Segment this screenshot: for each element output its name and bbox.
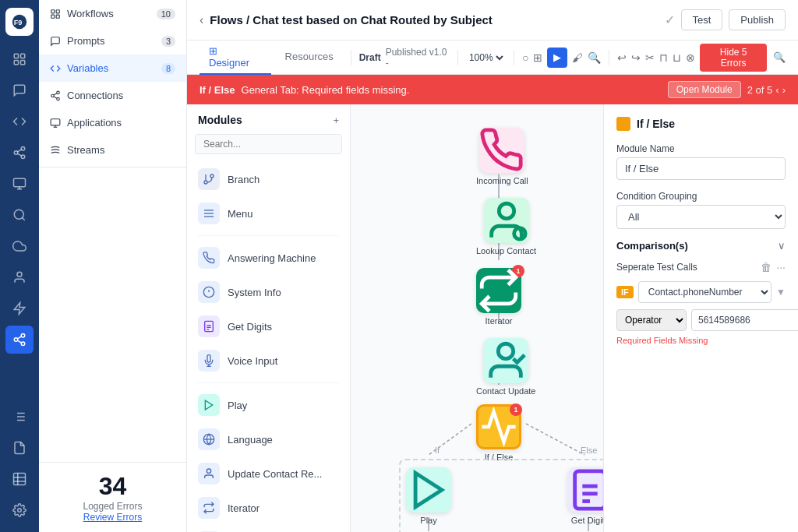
modules-title: Modules — [198, 114, 242, 126]
sidebar-item-page-icon[interactable] — [5, 434, 34, 462]
error-banner: If / Else General Tab: Required fields m… — [187, 75, 798, 104]
zoom-select[interactable]: 100% 75% 125% — [466, 51, 506, 64]
module-item-iterator[interactable]: Iterator — [187, 491, 350, 525]
svg-point-19 — [14, 338, 18, 342]
separate-test-label: Seperate Test Calls — [616, 262, 697, 273]
right-panel: If / Else Module Name Condition Grouping… — [603, 104, 798, 532]
sidebar-item-settings-icon[interactable] — [5, 496, 34, 524]
sidebar-item-cloud-icon[interactable] — [5, 232, 34, 260]
modules-add-icon[interactable]: + — [333, 115, 339, 126]
sidebar-item-workflows[interactable]: Workflows 10 — [39, 0, 186, 27]
redo-icon[interactable]: ↪ — [631, 51, 641, 64]
node-lookup-contact[interactable]: Lookup Contact — [476, 198, 536, 255]
zoom-icon[interactable]: 🔍 — [588, 51, 601, 64]
error-banner-message: General Tab: Required fields missing. — [242, 84, 410, 96]
module-item-voice-input[interactable]: Voice Input — [187, 344, 350, 378]
sidebar-item-user-icon[interactable] — [5, 263, 34, 291]
module-item-play[interactable]: Play — [187, 388, 350, 422]
sidebar-item-connections-icon[interactable] — [5, 139, 34, 167]
error-count: 34 — [50, 472, 175, 501]
trash-icon[interactable]: 🗑 — [761, 261, 772, 273]
menu-icon — [198, 203, 220, 224]
tab-designer[interactable]: ⊞ Designer — [200, 41, 271, 75]
node-get-digits[interactable]: Get Digits — [567, 467, 603, 525]
value-row: Operator = != contains — [616, 309, 786, 331]
contact-field-select[interactable]: Contact.phoneNumber — [638, 281, 772, 303]
error-banner-right: Open Module 2 of 5 ‹ › — [668, 81, 786, 98]
publish-button[interactable]: Publish — [729, 9, 786, 30]
module-item-get-digits[interactable]: Get Digits — [187, 309, 350, 344]
svg-marker-61 — [205, 400, 212, 410]
sidebar-item-variables-icon[interactable] — [5, 107, 34, 136]
play-icon — [198, 394, 220, 416]
module-item-foreign-script[interactable]: Foreign Script — [187, 525, 350, 532]
svg-point-39 — [51, 94, 55, 97]
sidebar-item-prompts-icon[interactable] — [5, 76, 34, 104]
grid-icon[interactable]: ⊞ — [533, 51, 542, 64]
module-item-answering-machine[interactable]: Answering Machine — [187, 241, 350, 275]
module-item-update-contact[interactable]: Update Contact Re... — [187, 456, 350, 491]
hide-errors-button[interactable]: Hide 5 Errors — [700, 44, 767, 72]
node-iterator[interactable]: 1 Iterator — [476, 268, 521, 326]
delete-icon[interactable]: ⊗ — [686, 51, 695, 64]
iterator-label: Iterator — [228, 502, 260, 514]
module-item-menu[interactable]: Menu — [187, 196, 350, 231]
sidebar-item-variables[interactable]: Variables 8 — [39, 55, 186, 82]
tab-resources[interactable]: Resources — [276, 46, 343, 69]
sidebar-item-streams[interactable]: Streams — [39, 136, 186, 164]
sidebar-item-connections[interactable]: Connections — [39, 82, 186, 109]
play-button[interactable]: ▶ — [547, 48, 567, 68]
app-logo[interactable]: F9 — [5, 8, 34, 36]
node-contact-update[interactable]: Contact Update — [476, 338, 535, 396]
sidebar-item-flow-icon[interactable] — [5, 326, 34, 354]
sidebar-item-applications-icon[interactable] — [5, 170, 34, 198]
copy-icon[interactable]: ⊓ — [659, 51, 668, 64]
brush-icon[interactable]: 🖌 — [572, 51, 583, 64]
node-play[interactable]: Play — [406, 467, 451, 525]
comparisons-toggle[interactable]: ∨ — [778, 240, 786, 252]
node-if-else-main[interactable]: 1 If / Else — [476, 404, 521, 462]
circle-icon[interactable]: ○ — [522, 51, 528, 64]
comparisons-header: Comparison(s) ∨ — [616, 240, 786, 252]
cut-icon[interactable]: ✂ — [645, 51, 655, 64]
branch-label: Branch — [228, 174, 260, 185]
module-item-system-info[interactable]: System Info — [187, 275, 350, 309]
more-icon[interactable]: ··· — [776, 261, 786, 273]
sidebar-item-applications[interactable]: Applications — [39, 109, 186, 136]
condition-grouping-select[interactable]: All Any — [616, 205, 786, 229]
language-label: Language — [228, 434, 273, 446]
node-incoming-call[interactable]: Incoming Call — [476, 128, 528, 185]
canvas[interactable]: If Else Incoming Call — [351, 104, 603, 532]
sidebar-item-list-icon[interactable] — [5, 403, 34, 431]
voice-input-label: Voice Input — [228, 355, 277, 367]
sidebar-item-lightning-icon[interactable] — [5, 294, 34, 322]
system-info-label: System Info — [228, 287, 281, 298]
error-prev-button[interactable]: ‹ — [775, 84, 779, 96]
modules-search-input[interactable] — [195, 134, 342, 154]
test-button[interactable]: Test — [681, 9, 723, 30]
paste-icon[interactable]: ⊔ — [673, 51, 681, 64]
sidebar-item-search-icon[interactable] — [5, 201, 34, 229]
open-module-button[interactable]: Open Module — [668, 81, 741, 98]
contact-update-label: Contact Update — [476, 386, 535, 396]
operator-select[interactable]: Operator = != contains — [616, 309, 687, 331]
undo-icon[interactable]: ↩ — [617, 51, 627, 64]
module-item-branch[interactable]: Branch — [187, 162, 350, 196]
sidebar-item-prompts[interactable]: Prompts 3 — [39, 27, 186, 55]
sidebar-item-workflows-icon[interactable] — [5, 45, 34, 73]
error-next-button[interactable]: › — [782, 84, 786, 96]
iterator-node-label: Iterator — [486, 316, 513, 326]
sidebar-variables-badge: 8 — [161, 63, 175, 74]
search-button[interactable]: 🔍 — [773, 51, 786, 63]
sidebar-item-diagram-icon[interactable] — [5, 465, 34, 493]
review-errors-link[interactable]: Review Errors — [50, 512, 175, 523]
value-input[interactable] — [691, 309, 798, 331]
svg-point-78 — [499, 344, 514, 358]
iterator-icon — [198, 497, 220, 519]
modules-search — [195, 134, 342, 154]
back-button[interactable]: ‹ — [200, 13, 203, 27]
svg-point-33 — [18, 509, 22, 513]
module-item-language[interactable]: Language — [187, 422, 350, 456]
iterator-badge: 1 — [512, 265, 524, 277]
module-name-input[interactable] — [616, 157, 786, 180]
